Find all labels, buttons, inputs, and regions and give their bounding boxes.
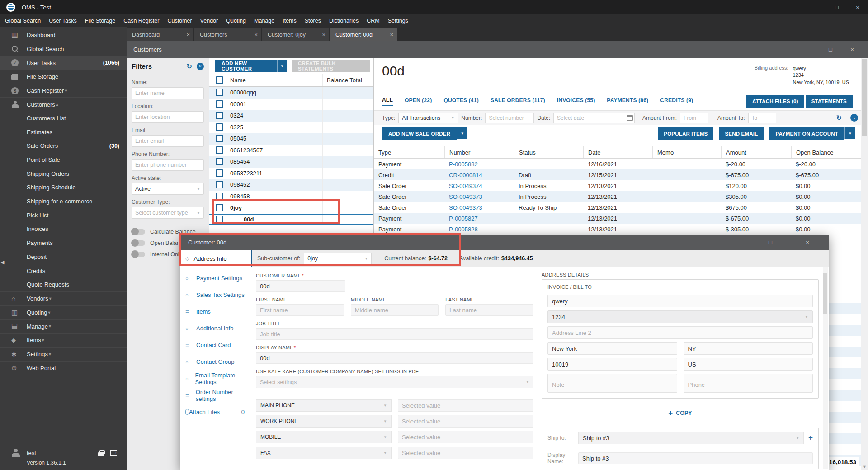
column-header[interactable]: Type	[374, 146, 444, 158]
column-header[interactable]: Amount	[721, 146, 791, 158]
sidebar-item[interactable]: Payments	[0, 236, 127, 250]
phone-type-select[interactable]: MAIN PHONE ▼	[256, 399, 392, 412]
transaction-tab[interactable]: OPEN (22)	[405, 97, 432, 105]
country-field[interactable]	[684, 358, 813, 371]
column-header[interactable]: Number	[444, 146, 514, 158]
filter-input[interactable]: Select customer type ▼	[132, 207, 204, 219]
sidebar-item[interactable]: Shipping for e-commerce	[0, 194, 127, 208]
transaction-tab[interactable]: CREDITS (9)	[660, 97, 693, 105]
row-checkbox[interactable]	[216, 89, 223, 96]
document-tab[interactable]: Customer: 00d ×	[330, 28, 397, 41]
sidebar-item[interactable]: Pick List	[0, 208, 127, 222]
last-name-field[interactable]	[445, 304, 533, 316]
state-field[interactable]	[684, 342, 813, 355]
customer-row[interactable]: 0661234567	[209, 145, 373, 156]
logout-icon[interactable]	[110, 450, 117, 456]
popular-items-button[interactable]: POPULAR ITEMS	[658, 127, 713, 140]
menu-item[interactable]: Items	[278, 14, 301, 27]
attach-files-button[interactable]: ATTACH FILES (0)	[746, 95, 804, 108]
zip-field[interactable]	[547, 358, 677, 371]
refresh-icon[interactable]: ↻	[186, 62, 192, 70]
amount-from-input[interactable]	[680, 113, 708, 123]
row-checkbox[interactable]	[216, 169, 223, 177]
sidebar-item[interactable]: Customers ▲	[0, 97, 127, 111]
add-new-sale-order-button[interactable]: ADD NEW SALE ORDER	[382, 127, 457, 140]
column-header[interactable]: Open Balance	[791, 146, 861, 158]
sidebar-item[interactable]: Invoices	[0, 222, 127, 236]
modal-nav-item[interactable]: Email Template Settings	[180, 370, 252, 387]
menu-item[interactable]: Quoting	[222, 14, 250, 27]
sidebar-item[interactable]: Manage ▼	[0, 319, 127, 333]
sale-order-dropdown-icon[interactable]: ▼	[457, 127, 467, 139]
row-checkbox[interactable]	[216, 123, 223, 131]
document-tab[interactable]: Dashboard ×	[127, 28, 193, 41]
menu-item[interactable]: Global Search	[1, 14, 45, 27]
sidebar-item[interactable]: Shipping Orders	[0, 167, 127, 181]
phone-value-field[interactable]	[398, 446, 533, 459]
sidebar-item[interactable]: Shipping Schedule	[0, 181, 127, 195]
sidebar-item[interactable]: Point of Sale	[0, 153, 127, 167]
transaction-row[interactable]: Sale Order SO-0049373 Ready To Ship 12/1…	[374, 202, 861, 213]
amount-to-input[interactable]	[748, 113, 776, 123]
first-name-field[interactable]	[256, 304, 344, 316]
middle-name-field[interactable]	[351, 304, 439, 316]
transaction-row[interactable]: Sale Order SO-0049373 In Process 12/13/2…	[374, 191, 861, 202]
clear-filters-icon[interactable]: ×	[197, 63, 204, 70]
modal-nav-item[interactable]: Order Number settings	[180, 387, 252, 404]
type-select[interactable]: All Transactions ▼	[398, 113, 458, 123]
address-line2-field[interactable]	[547, 326, 813, 339]
row-checkbox[interactable]	[216, 158, 223, 165]
ship-display-name-field[interactable]	[578, 452, 813, 464]
customer-row[interactable]: 05045	[209, 133, 373, 145]
sidebar-item[interactable]: Cash Register ▼	[0, 84, 127, 98]
close-button[interactable]: ×	[847, 0, 868, 14]
filter-input[interactable]: Enter phone number	[132, 159, 204, 171]
name-column-header[interactable]: Name	[229, 77, 322, 84]
filter-input[interactable]: Enter name	[132, 87, 204, 99]
ship-to-select[interactable]: Ship to #3 ▼	[578, 432, 804, 444]
phone-type-select[interactable]: FAX ▼	[256, 446, 392, 459]
tab-close-icon[interactable]: ×	[387, 31, 393, 38]
transaction-row[interactable]: Payment P-0005882 12/16/2021 $-20.00 $-2…	[374, 159, 861, 169]
lock-icon[interactable]	[98, 450, 104, 456]
transaction-number-link[interactable]: SO-0049373	[444, 193, 514, 200]
number-input[interactable]	[485, 113, 534, 123]
statements-button[interactable]: STATEMENTS	[806, 95, 853, 108]
add-new-customer-button[interactable]: ADD NEW CUSTOMER	[215, 60, 277, 72]
transaction-tab[interactable]: QUOTES (41)	[443, 97, 479, 105]
customer-name-field[interactable]	[256, 280, 345, 292]
row-checkbox[interactable]	[216, 100, 223, 108]
transaction-number-link[interactable]: SO-0049373	[444, 204, 514, 211]
column-header[interactable]: Memo	[652, 146, 721, 158]
transaction-tab[interactable]: SALE ORDERS (117)	[491, 97, 545, 105]
modal-nav-item[interactable]: Attach Files 0	[180, 404, 252, 420]
transaction-row[interactable]: Credit CR-0000814 Draft 12/15/2021 $-675…	[374, 169, 861, 180]
minimize-button[interactable]: –	[806, 0, 826, 14]
phone-value-field[interactable]	[398, 415, 533, 428]
column-header[interactable]: Date	[583, 146, 652, 158]
date-input[interactable]	[553, 113, 635, 123]
menu-item[interactable]: Settings	[384, 14, 412, 27]
payment-on-account-button[interactable]: PAYMENT ON ACCOUNT	[769, 127, 844, 140]
transaction-tab[interactable]: PAYMENTS (86)	[607, 97, 648, 105]
send-email-button[interactable]: SEND EMAIL	[719, 127, 764, 140]
toggle-switch[interactable]	[132, 229, 145, 235]
collapse-filter-icon[interactable]: ›	[850, 114, 858, 122]
pdf-settings-select[interactable]: Select settings ▼	[256, 376, 533, 388]
scrollbar-down-icon[interactable]: ▼	[861, 465, 868, 469]
customer-row[interactable]: 085454	[209, 156, 373, 168]
column-header[interactable]: Status	[514, 146, 583, 158]
inner-close-button[interactable]: ×	[847, 44, 857, 55]
sidebar-item[interactable]: User Tasks (1066)	[0, 56, 127, 70]
toggle-switch[interactable]	[132, 240, 145, 246]
row-checkbox[interactable]	[216, 181, 223, 188]
menu-item[interactable]: Stores	[301, 14, 325, 27]
phone-value-field[interactable]	[398, 431, 533, 443]
inner-restore-button[interactable]: □	[826, 44, 835, 55]
toggle-switch[interactable]	[132, 252, 145, 257]
customer-row[interactable]: 0324	[209, 110, 373, 122]
transaction-number-link[interactable]: P-0005882	[444, 161, 514, 168]
modal-maximize-button[interactable]: □	[760, 235, 781, 250]
sidebar-item[interactable]: Quote Requests	[0, 277, 127, 291]
address-line1-select[interactable]: 1234 ▼	[547, 310, 813, 323]
